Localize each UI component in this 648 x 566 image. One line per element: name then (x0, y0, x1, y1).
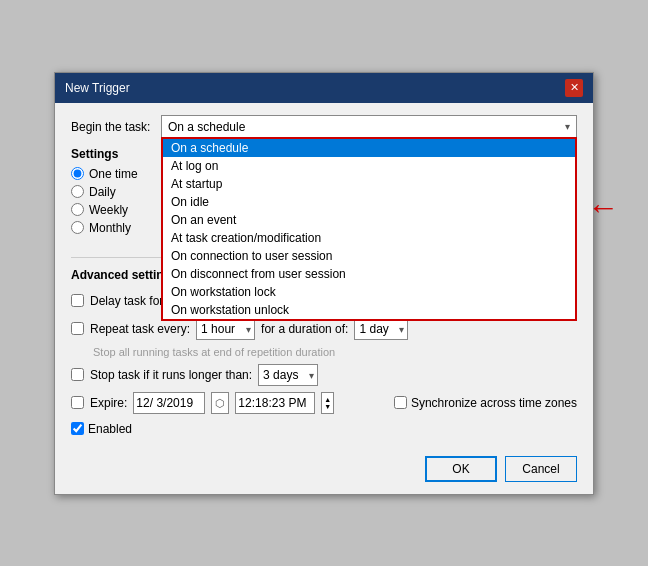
expire-date-spin: ⬡ (211, 392, 229, 414)
dropdown-item-8[interactable]: On workstation lock (163, 283, 575, 301)
radio-one-time-input[interactable] (71, 167, 84, 180)
expire-checkbox[interactable] (71, 396, 84, 409)
expire-row: Expire: ⬡ ▲ ▼ Synchronize across time zo… (71, 392, 577, 414)
dropdown-item-9[interactable]: On workstation unlock (163, 301, 575, 319)
close-button[interactable]: ✕ (565, 79, 583, 97)
stop-task-label: Stop task if it runs longer than: (90, 368, 252, 382)
expire-label: Expire: (90, 396, 127, 410)
enabled-checkbox[interactable] (71, 422, 84, 435)
red-arrow-icon: ← (587, 191, 619, 223)
repeat-task-checkbox[interactable] (71, 322, 84, 335)
dropdown-item-3[interactable]: On idle (163, 193, 575, 211)
radio-weekly: Weekly (71, 203, 161, 217)
repeat-task-dropdown-wrap: 1 hour (196, 318, 255, 340)
begin-task-dropdown-container: On a schedule ▾ On a scheduleAt log onAt… (161, 115, 577, 139)
dropdown-item-6[interactable]: On connection to user session (163, 247, 575, 265)
cancel-button[interactable]: Cancel (505, 456, 577, 482)
date-spinner-icon[interactable]: ⬡ (211, 392, 229, 414)
enabled-row: Enabled (71, 422, 577, 436)
expire-time-input[interactable] (235, 392, 315, 414)
expire-date-input[interactable] (133, 392, 205, 414)
radio-monthly-label: Monthly (89, 221, 131, 235)
radio-daily-input[interactable] (71, 185, 84, 198)
ok-button[interactable]: OK (425, 456, 497, 482)
dropdown-arrow-icon: ▾ (565, 121, 570, 132)
stop-task-row: Stop task if it runs longer than: 3 days (71, 364, 577, 386)
radio-one-time-label: One time (89, 167, 138, 181)
dialog-title: New Trigger (65, 81, 130, 95)
radio-daily: Daily (71, 185, 161, 199)
begin-task-dropdown[interactable]: On a schedule ▾ (161, 115, 577, 139)
sync-checkbox-section: Synchronize across time zones (394, 396, 577, 410)
dropdown-item-0[interactable]: On a schedule (163, 139, 575, 157)
title-bar: New Trigger ✕ (55, 73, 593, 103)
enabled-label: Enabled (88, 422, 132, 436)
begin-task-row: Begin the task: On a schedule ▾ On a sch… (71, 115, 577, 139)
begin-task-selected: On a schedule (168, 120, 565, 134)
dropdown-items-container: On a scheduleAt log onAt startupOn idleO… (163, 139, 575, 319)
radio-weekly-label: Weekly (89, 203, 128, 217)
radio-column: One time Daily Weekly Monthly (71, 167, 161, 247)
repeat-task-dropdown[interactable]: 1 hour (196, 318, 255, 340)
duration-dropdown[interactable]: 1 day (354, 318, 408, 340)
for-duration-label: for a duration of: (261, 322, 348, 336)
stop-note: Stop all running tasks at end of repetit… (93, 346, 577, 358)
radio-monthly-input[interactable] (71, 221, 84, 234)
sync-checkbox[interactable] (394, 396, 407, 409)
dropdown-item-4[interactable]: On an event (163, 211, 575, 229)
dropdown-item-1[interactable]: At log on (163, 157, 575, 175)
sync-checkbox-label: Synchronize across time zones (411, 396, 577, 410)
radio-weekly-input[interactable] (71, 203, 84, 216)
repeat-task-label: Repeat task every: (90, 322, 190, 336)
new-trigger-dialog: New Trigger ✕ Begin the task: On a sched… (54, 72, 594, 495)
radio-daily-label: Daily (89, 185, 116, 199)
dropdown-item-7[interactable]: On disconnect from user session (163, 265, 575, 283)
begin-task-dropdown-list: On a scheduleAt log onAt startupOn idleO… (161, 137, 577, 321)
button-row: OK Cancel (55, 446, 593, 494)
radio-one-time: One time (71, 167, 161, 181)
dropdown-item-5[interactable]: At task creation/modification (163, 229, 575, 247)
dialog-body: Begin the task: On a schedule ▾ On a sch… (55, 103, 593, 446)
duration-dropdown-wrap: 1 day (354, 318, 408, 340)
stop-task-dropdown-wrap: 3 days (258, 364, 318, 386)
stop-task-dropdown[interactable]: 3 days (258, 364, 318, 386)
stop-task-checkbox[interactable] (71, 368, 84, 381)
radio-monthly: Monthly (71, 221, 161, 235)
expire-time-wrap (235, 392, 315, 414)
delay-task-checkbox[interactable] (71, 294, 84, 307)
time-spinner-icon[interactable]: ▲ ▼ (321, 392, 334, 414)
repeat-task-row: Repeat task every: 1 hour for a duration… (71, 318, 577, 340)
dropdown-item-2[interactable]: At startup (163, 175, 575, 193)
begin-task-label: Begin the task: (71, 120, 161, 134)
